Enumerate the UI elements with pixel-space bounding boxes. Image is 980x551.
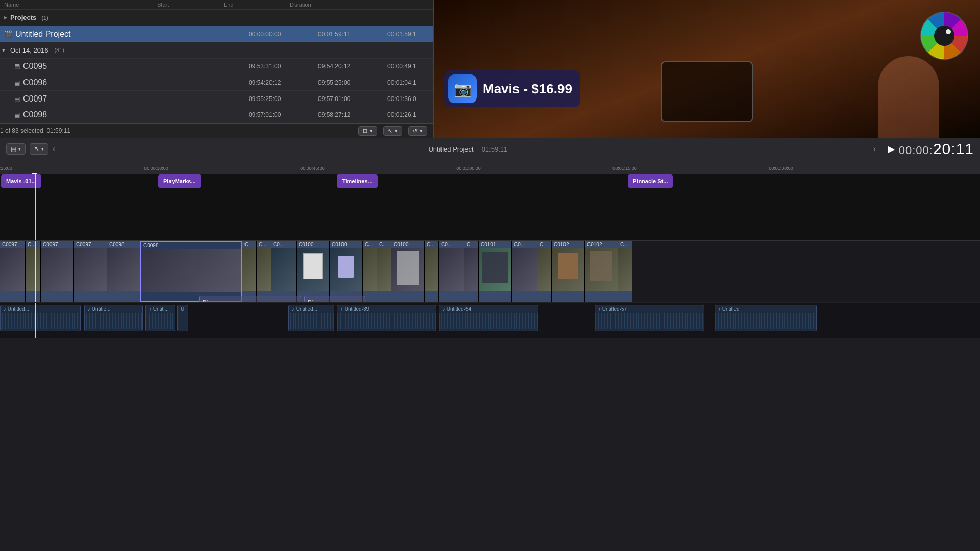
tool-mode-btn[interactable]: ↖ ▾ [30,143,48,155]
clip-label: C... [365,242,373,247]
clip-thumbnail [330,248,362,291]
clip-cell[interactable]: C... [257,241,271,302]
clip-cell[interactable]: C [242,241,257,302]
clip-row-c0095[interactable]: ▤ C0095 09:53:31:00 09:54:20:12 00:00:49… [0,59,433,75]
timecode-display: ▶ 00:00:20:11 [888,140,974,158]
clip-cell[interactable]: C0097 [41,241,74,302]
clip-start: 09:54:20:12 [249,79,315,86]
clip-cell[interactable]: C0102 [585,241,618,302]
untitled-clip-3[interactable]: U [177,305,188,331]
clip-label: C... [259,242,267,247]
date-group-row[interactable]: ▾ Oct 14, 2016 (81) [0,42,433,59]
forward-nav-btn[interactable]: › [873,144,884,154]
clip-cell[interactable]: C0... [271,241,297,302]
untitled-label: ♪ Untitled-57 [595,305,704,313]
clip-cell[interactable]: C... [377,241,391,302]
clip-label: C0097 [43,242,58,247]
clip-action-btn[interactable]: ↺ ▾ [408,126,427,136]
chevron-right-icon: ▸ [4,14,7,21]
project-name-label: Untitled Project [428,145,473,153]
project-end: 00:01:59:11 [318,31,384,38]
untitled-clip-5[interactable]: ♪ Untitled-39 [337,305,436,331]
untitled-clip-7[interactable]: ♪ Untitled-57 [595,305,704,331]
annotation-timelines[interactable]: Timelines... [337,174,378,188]
projects-label: Projects [10,14,36,21]
clip-label: C0... [514,242,525,247]
project-duration: 00:01:59:1 [387,31,433,38]
clip-label: C0100 [394,242,408,247]
clip-cell[interactable]: C0102 [552,241,585,302]
untitled-clip-0[interactable]: ♪ Untitled... [0,305,81,331]
dropdown-arrow: ▾ [395,128,398,134]
clip-thumbnail [271,248,296,291]
clip-row-c0097[interactable]: ▤ C0097 09:55:25:00 09:57:01:00 00:01:36… [0,91,433,107]
clip-start: 09:53:31:00 [249,63,315,70]
clip-icon: ▤ [14,111,20,118]
clip-cell[interactable]: C0100 [297,241,330,302]
preview-panel: 📷 Mavis - $16.99 [434,0,980,138]
clip-cell[interactable]: C... [26,241,41,302]
app-overlay: 📷 Mavis - $16.99 [444,70,580,107]
annotation-mavis[interactable]: Mavis -01... [1,174,41,188]
untitled-label: ♪ Untitled-54 [439,305,538,313]
annotation-playmarks[interactable]: PlayMarks... [158,174,201,188]
preview-video [434,0,980,138]
ruler-mark-4: 00:01:15:00 [612,166,637,171]
clip-cell[interactable]: C0101 [479,241,512,302]
clip-thumbnail [0,248,25,291]
clip-cell[interactable]: C0098 [107,241,140,302]
clip-cell-selected[interactable]: C0098 [140,241,242,302]
waveform [85,313,142,329]
clip-icon: ▤ [14,79,20,86]
untitled-clip-8[interactable]: ♪ Untitled [715,305,817,331]
clip-cell[interactable]: C... [618,241,632,302]
untitled-clip-2[interactable]: ♪ Untitl... [145,305,175,331]
right-arrow-icon: › [873,144,876,153]
clip-thumbnail [537,248,551,291]
clip-cell[interactable]: C0... [512,241,537,302]
waveform [337,313,436,329]
clip-cell[interactable]: C... [363,241,377,302]
clip-label: C... [620,242,628,247]
clip-thumbnail [242,248,256,291]
tool-select-btn[interactable]: ↖ ▾ [383,126,402,136]
back-nav-btn[interactable]: ‹ [53,144,63,154]
clip-cell[interactable]: C0097 [74,241,107,302]
clip-row-c0098[interactable]: ▤ C0098 09:57:01:00 09:58:27:12 00:01:26… [0,107,433,123]
view-toggle-btn[interactable]: ⊞ ▾ [358,126,377,136]
clip-cell[interactable]: C [537,241,552,302]
untitled-label: ♪ Untitle... [85,305,142,313]
clip-cell[interactable]: C... [425,241,439,302]
clip-cell[interactable]: C [464,241,479,302]
projects-group-header[interactable]: ▸ Projects (1) [0,10,433,26]
untitled-clip-1[interactable]: ♪ Untitle... [84,305,143,331]
projects-count: (1) [41,15,48,21]
toolbar-right: ▶ 00:00:20:11 [888,140,974,158]
clip-thumbnail [41,248,74,291]
annotation-pinnacle[interactable]: Pinnacle St... [628,174,673,188]
play-button[interactable]: ▶ [888,143,895,155]
untitled-clip-6[interactable]: ♪ Untitled-54 [439,305,538,331]
clip-cell[interactable]: C0100 [391,241,425,302]
date-count: (81) [54,47,64,53]
project-row[interactable]: 🎬 Untitled Project 00:00:00:00 00:01:59:… [0,26,433,42]
clip-dur: 00:01:26:1 [387,111,433,118]
library-panel: Name Start End Duration ▸ Projects (1) 🎬… [0,0,434,138]
view-mode-btn[interactable]: ▤ ▾ [6,143,26,155]
clip-thumbnail [107,248,140,291]
clip-cell[interactable]: C0100 [330,241,363,302]
dropdown-arrow: ▾ [420,128,423,134]
status-controls: ⊞ ▾ ↖ ▾ ↺ ▾ [358,126,427,136]
dropdown-icon: ▾ [41,146,44,152]
clip-cell[interactable]: C0... [439,241,464,302]
untitled-clip-4[interactable]: ♪ Untitled... [288,305,334,331]
annotation-label: Pinnacle St... [633,178,668,184]
clip-thumbnail [479,248,511,291]
ruler-mark-0: 00:00:15:00 [0,166,12,171]
clip-cell[interactable]: C0097 [0,241,26,302]
clip-end: 09:54:20:12 [318,63,384,70]
waveform [289,313,334,329]
timecode-value: 00:00:20:11 [899,140,974,158]
clip-label: C0102 [554,242,569,247]
clip-row-c0096[interactable]: ▤ C0096 09:54:20:12 09:55:25:00 00:01:04… [0,74,433,91]
